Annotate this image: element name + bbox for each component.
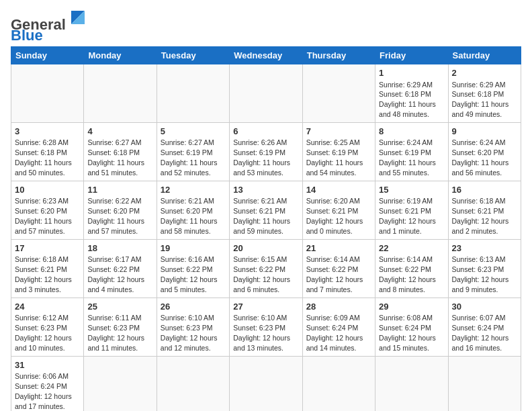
day-info: Sunrise: 6:14 AM Sunset: 6:22 PM Dayligh… [306,255,363,293]
day-info: Sunrise: 6:11 AM Sunset: 6:23 PM Dayligh… [87,314,144,352]
calendar-day-cell: 26Sunrise: 6:10 AM Sunset: 6:23 PM Dayli… [157,298,229,356]
day-info: Sunrise: 6:06 AM Sunset: 6:24 PM Dayligh… [15,372,72,410]
calendar-day-cell: 7Sunrise: 6:25 AM Sunset: 6:19 PM Daylig… [302,122,375,181]
calendar-day-cell: 27Sunrise: 6:10 AM Sunset: 6:23 PM Dayli… [230,298,302,356]
calendar-day-cell: 5Sunrise: 6:27 AM Sunset: 6:19 PM Daylig… [157,122,229,181]
weekday-header-row: SundayMondayTuesdayWednesdayThursdayFrid… [11,47,521,64]
calendar-day-cell: 21Sunrise: 6:14 AM Sunset: 6:22 PM Dayli… [302,239,375,298]
day-info: Sunrise: 6:14 AM Sunset: 6:22 PM Dayligh… [379,255,436,293]
calendar-day-cell [375,356,448,411]
calendar-week-row: 3Sunrise: 6:28 AM Sunset: 6:18 PM Daylig… [11,122,521,181]
day-number: 9 [452,126,517,138]
day-number: 8 [379,126,444,138]
day-info: Sunrise: 6:29 AM Sunset: 6:18 PM Dayligh… [379,81,436,119]
day-info: Sunrise: 6:24 AM Sunset: 6:20 PM Dayligh… [452,138,509,177]
logo-wrapper: GeneralBlue [11,11,88,41]
day-info: Sunrise: 6:08 AM Sunset: 6:24 PM Dayligh… [379,314,436,352]
day-info: Sunrise: 6:16 AM Sunset: 6:22 PM Dayligh… [161,255,218,293]
day-info: Sunrise: 6:19 AM Sunset: 6:21 PM Dayligh… [379,197,436,235]
day-number: 27 [233,301,298,313]
day-number: 22 [379,242,444,255]
calendar-week-row: 31Sunrise: 6:06 AM Sunset: 6:24 PM Dayli… [11,356,521,411]
calendar-day-cell [157,356,229,411]
day-number: 15 [379,184,444,196]
day-info: Sunrise: 6:21 AM Sunset: 6:20 PM Dayligh… [161,197,218,235]
calendar-day-cell: 19Sunrise: 6:16 AM Sunset: 6:22 PM Dayli… [157,239,229,298]
calendar-day-cell: 22Sunrise: 6:14 AM Sunset: 6:22 PM Dayli… [375,239,448,298]
day-number: 29 [379,301,444,313]
calendar-day-cell: 14Sunrise: 6:20 AM Sunset: 6:21 PM Dayli… [302,181,375,239]
day-number: 6 [233,126,298,138]
calendar-day-cell [84,356,157,411]
calendar-day-cell: 13Sunrise: 6:21 AM Sunset: 6:21 PM Dayli… [230,181,302,239]
calendar-day-cell: 16Sunrise: 6:18 AM Sunset: 6:21 PM Dayli… [448,181,521,239]
day-info: Sunrise: 6:20 AM Sunset: 6:21 PM Dayligh… [306,197,363,235]
calendar-day-cell: 10Sunrise: 6:23 AM Sunset: 6:20 PM Dayli… [11,181,84,239]
day-number: 18 [87,242,152,255]
day-info: Sunrise: 6:18 AM Sunset: 6:21 PM Dayligh… [15,255,72,293]
calendar-day-cell: 6Sunrise: 6:26 AM Sunset: 6:19 PM Daylig… [230,122,302,181]
day-info: Sunrise: 6:25 AM Sunset: 6:19 PM Dayligh… [306,138,363,177]
day-number: 3 [15,126,80,138]
calendar-day-cell: 18Sunrise: 6:17 AM Sunset: 6:22 PM Dayli… [84,239,157,298]
day-info: Sunrise: 6:09 AM Sunset: 6:24 PM Dayligh… [306,314,363,352]
calendar-day-cell: 15Sunrise: 6:19 AM Sunset: 6:21 PM Dayli… [375,181,448,239]
day-number: 11 [87,184,152,196]
calendar-day-cell: 2Sunrise: 6:29 AM Sunset: 6:18 PM Daylig… [448,64,521,123]
day-number: 23 [452,242,517,255]
day-number: 17 [15,242,80,255]
weekday-header-cell: Thursday [302,47,375,64]
calendar-day-cell: 30Sunrise: 6:07 AM Sunset: 6:24 PM Dayli… [448,298,521,356]
calendar-week-row: 24Sunrise: 6:12 AM Sunset: 6:23 PM Dayli… [11,298,521,356]
page-container: GeneralBlue SundayMondayTuesdayWednesday… [11,11,521,411]
calendar-day-cell [302,64,375,123]
calendar-week-row: 1Sunrise: 6:29 AM Sunset: 6:18 PM Daylig… [11,64,521,123]
calendar-day-cell: 9Sunrise: 6:24 AM Sunset: 6:20 PM Daylig… [448,122,521,181]
day-number: 4 [87,126,152,138]
calendar-day-cell: 8Sunrise: 6:24 AM Sunset: 6:19 PM Daylig… [375,122,448,181]
day-number: 13 [233,184,298,196]
day-info: Sunrise: 6:26 AM Sunset: 6:19 PM Dayligh… [233,138,290,177]
calendar-day-cell: 24Sunrise: 6:12 AM Sunset: 6:23 PM Dayli… [11,298,84,356]
day-number: 26 [161,301,226,313]
day-info: Sunrise: 6:10 AM Sunset: 6:23 PM Dayligh… [233,314,290,352]
weekday-header-cell: Friday [375,47,448,64]
calendar-day-cell: 17Sunrise: 6:18 AM Sunset: 6:21 PM Dayli… [11,239,84,298]
day-info: Sunrise: 6:17 AM Sunset: 6:22 PM Dayligh… [87,255,144,293]
calendar-day-cell: 23Sunrise: 6:13 AM Sunset: 6:23 PM Dayli… [448,239,521,298]
day-number: 2 [452,67,517,79]
day-number: 16 [452,184,517,196]
day-info: Sunrise: 6:27 AM Sunset: 6:19 PM Dayligh… [161,138,218,177]
day-info: Sunrise: 6:28 AM Sunset: 6:18 PM Dayligh… [15,138,72,177]
calendar-day-cell [230,64,302,123]
day-info: Sunrise: 6:23 AM Sunset: 6:20 PM Dayligh… [15,197,72,235]
weekday-header-cell: Monday [84,47,157,64]
day-number: 21 [306,242,371,255]
calendar-week-row: 17Sunrise: 6:18 AM Sunset: 6:21 PM Dayli… [11,239,521,298]
day-number: 14 [306,184,371,196]
day-info: Sunrise: 6:15 AM Sunset: 6:22 PM Dayligh… [233,255,290,293]
calendar-day-cell: 11Sunrise: 6:22 AM Sunset: 6:20 PM Dayli… [84,181,157,239]
header: GeneralBlue [11,11,521,41]
calendar-day-cell: 12Sunrise: 6:21 AM Sunset: 6:20 PM Dayli… [157,181,229,239]
svg-text:Blue: Blue [11,27,43,41]
calendar-day-cell [448,356,521,411]
day-number: 10 [15,184,80,196]
calendar-day-cell [230,356,302,411]
weekday-header-cell: Saturday [448,47,521,64]
calendar-week-row: 10Sunrise: 6:23 AM Sunset: 6:20 PM Dayli… [11,181,521,239]
calendar-day-cell: 3Sunrise: 6:28 AM Sunset: 6:18 PM Daylig… [11,122,84,181]
calendar-day-cell: 29Sunrise: 6:08 AM Sunset: 6:24 PM Dayli… [375,298,448,356]
day-number: 28 [306,301,371,313]
day-info: Sunrise: 6:22 AM Sunset: 6:20 PM Dayligh… [87,197,144,235]
calendar-day-cell: 31Sunrise: 6:06 AM Sunset: 6:24 PM Dayli… [11,356,84,411]
general-blue-logo: GeneralBlue [11,11,88,41]
day-info: Sunrise: 6:21 AM Sunset: 6:21 PM Dayligh… [233,197,290,235]
day-number: 30 [452,301,517,313]
day-number: 25 [87,301,152,313]
day-info: Sunrise: 6:13 AM Sunset: 6:23 PM Dayligh… [452,255,509,293]
calendar-table: SundayMondayTuesdayWednesdayThursdayFrid… [11,46,521,411]
day-info: Sunrise: 6:24 AM Sunset: 6:19 PM Dayligh… [379,138,436,177]
calendar-day-cell [11,64,84,123]
weekday-header-cell: Tuesday [157,47,229,64]
